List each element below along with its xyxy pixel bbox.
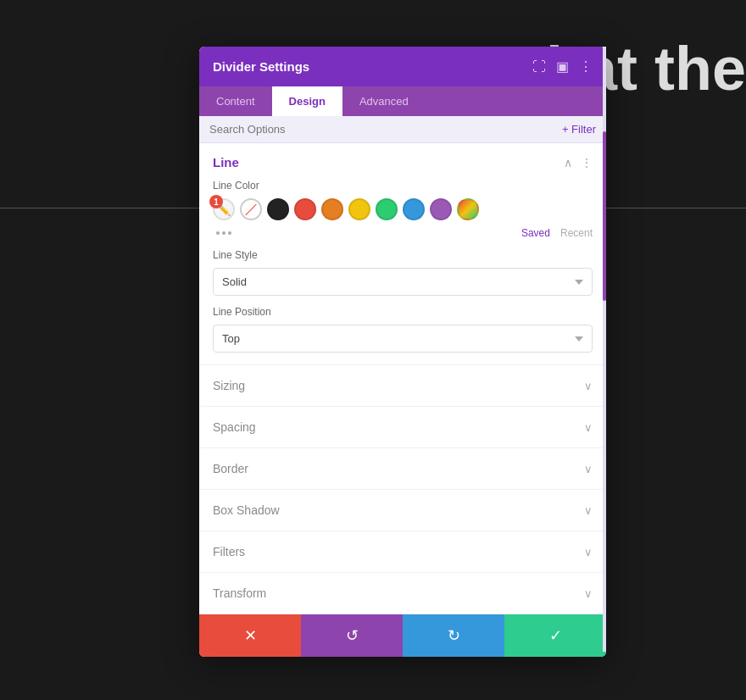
sizing-section: Sizing ∨ xyxy=(199,365,606,407)
filter-button[interactable]: + Filter xyxy=(562,123,596,136)
border-header[interactable]: Border ∨ xyxy=(199,448,606,489)
divider-settings-panel: Divider Settings ⛶ ▣ ⋮ Content Design Ad… xyxy=(199,47,606,657)
more-icon[interactable]: ⋮ xyxy=(579,58,593,75)
transform-header[interactable]: Transform ∨ xyxy=(199,573,606,614)
box-shadow-header[interactable]: Box Shadow ∨ xyxy=(199,490,606,531)
badge-number: 1 xyxy=(209,195,223,208)
cancel-button[interactable]: ✕ xyxy=(199,614,301,657)
swatch-transparent[interactable] xyxy=(240,198,262,220)
section-controls: ∧ ⋮ xyxy=(564,156,593,169)
border-section: Border ∨ xyxy=(199,448,606,490)
tab-advanced[interactable]: Advanced xyxy=(342,86,426,116)
panel-header: Divider Settings ⛶ ▣ ⋮ xyxy=(199,47,606,86)
swatch-yellow[interactable] xyxy=(348,198,370,220)
filters-header[interactable]: Filters ∨ xyxy=(199,531,606,572)
transform-section: Transform ∨ xyxy=(199,573,606,614)
redo-button[interactable]: ↻ xyxy=(403,614,504,657)
line-position-select[interactable]: Top Center Bottom xyxy=(213,325,593,353)
tab-design[interactable]: Design xyxy=(272,86,342,116)
spacing-header[interactable]: Spacing ∨ xyxy=(199,407,606,447)
border-chevron: ∨ xyxy=(584,463,593,475)
swatch-green[interactable] xyxy=(376,198,398,220)
section-more-icon[interactable]: ⋮ xyxy=(581,156,593,169)
line-color-label: Line Color xyxy=(213,180,593,192)
recent-label[interactable]: Recent xyxy=(560,227,593,239)
swatch-blue[interactable] xyxy=(403,198,425,220)
line-position-label: Line Position xyxy=(213,306,593,318)
swatch-purple[interactable] xyxy=(430,198,452,220)
section-header: Line ∧ ⋮ xyxy=(213,155,593,169)
swatch-red[interactable] xyxy=(294,198,316,220)
split-icon[interactable]: ▣ xyxy=(556,58,569,75)
more-swatches-btn[interactable] xyxy=(213,228,235,238)
line-section: Line ∧ ⋮ Line Color 1 ✏️ xyxy=(199,143,606,365)
tab-content[interactable]: Content xyxy=(199,86,272,116)
undo-button[interactable]: ↺ xyxy=(301,614,403,657)
panel-title: Divider Settings xyxy=(213,59,309,74)
search-input[interactable] xyxy=(209,123,562,136)
swatch-orange[interactable] xyxy=(321,198,343,220)
active-color-picker[interactable]: 1 ✏️ xyxy=(213,198,235,220)
spacing-section: Spacing ∨ xyxy=(199,407,606,448)
expand-icon[interactable]: ⛶ xyxy=(532,59,546,75)
line-style-select[interactable]: Solid Dashed Dotted Double xyxy=(213,268,593,296)
line-color-field: Line Color 1 ✏️ xyxy=(213,180,593,239)
line-position-field: Line Position Top Center Bottom xyxy=(213,306,593,353)
filters-section: Filters ∨ xyxy=(199,531,606,573)
panel-footer: ✕ ↺ ↻ ✓ xyxy=(199,614,606,657)
sizing-chevron: ∨ xyxy=(584,380,593,392)
saved-label[interactable]: Saved xyxy=(521,227,550,239)
swatch-gradient[interactable] xyxy=(457,198,479,220)
filters-chevron: ∨ xyxy=(584,546,593,558)
swatch-black[interactable] xyxy=(267,198,289,220)
line-style-label: Line Style xyxy=(213,249,593,261)
search-row: + Filter xyxy=(199,116,606,143)
line-style-field: Line Style Solid Dashed Dotted Double xyxy=(213,249,593,296)
panel-tabs: Content Design Advanced xyxy=(199,86,606,116)
saved-recent-row: Saved Recent xyxy=(521,227,593,239)
transform-chevron: ∨ xyxy=(584,587,593,600)
line-section-title: Line xyxy=(213,155,239,169)
save-button[interactable]: ✓ xyxy=(504,614,606,657)
panel-header-icons: ⛶ ▣ ⋮ xyxy=(532,58,593,75)
border-title: Border xyxy=(213,462,248,475)
collapse-icon[interactable]: ∧ xyxy=(564,156,572,169)
scrollbar-track xyxy=(603,47,606,652)
scrollbar-thumb[interactable] xyxy=(603,131,606,301)
filters-title: Filters xyxy=(213,545,245,558)
transform-title: Transform xyxy=(213,586,266,600)
spacing-chevron: ∨ xyxy=(584,421,593,434)
box-shadow-chevron: ∨ xyxy=(584,504,593,517)
box-shadow-title: Box Shadow xyxy=(213,503,280,517)
color-row: 1 ✏️ xyxy=(213,198,593,220)
spacing-title: Spacing xyxy=(213,420,256,434)
box-shadow-section: Box Shadow ∨ xyxy=(199,490,606,531)
sizing-header[interactable]: Sizing ∨ xyxy=(199,365,606,406)
sizing-title: Sizing xyxy=(213,379,245,392)
